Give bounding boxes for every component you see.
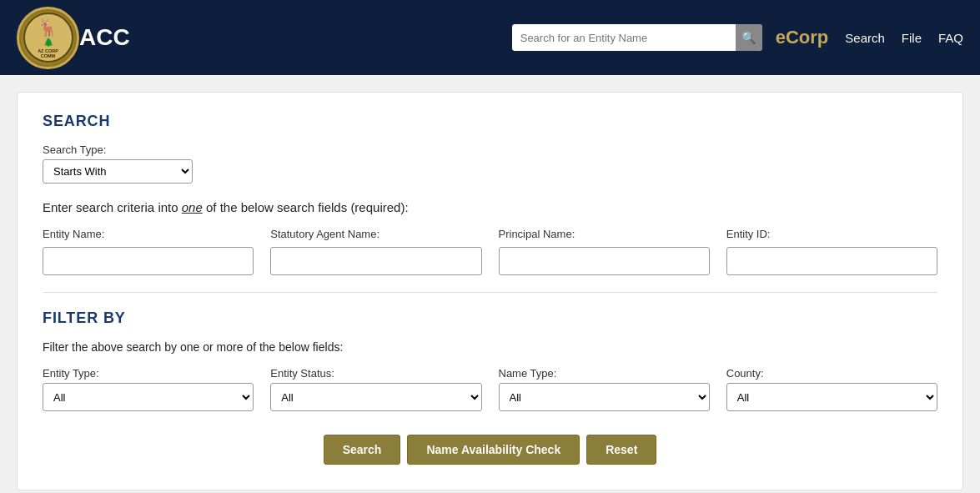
- search-type-label: Search Type:: [43, 143, 937, 156]
- org-seal: 🦌 🌲 AZ CORPCOMM: [17, 7, 79, 69]
- buttons-row: Search Name Availability Check Reset: [43, 435, 937, 465]
- org-title: ACC: [79, 24, 130, 51]
- reset-button[interactable]: Reset: [586, 435, 656, 465]
- main-content: SEARCH Search Type: Starts With Contains…: [0, 75, 980, 493]
- search-card: SEARCH Search Type: Starts With Contains…: [17, 92, 963, 490]
- entity-type-label: Entity Type:: [43, 367, 254, 380]
- entity-status-select[interactable]: All: [270, 383, 481, 411]
- search-fields-row: Entity Name: Statutory Agent Name: Princ…: [43, 228, 937, 275]
- county-select[interactable]: All: [726, 383, 937, 411]
- search-button[interactable]: Search: [324, 435, 401, 465]
- name-type-group: Name Type: All: [499, 367, 710, 411]
- page-header: 🦌 🌲 AZ CORPCOMM ACC 🔍 eCorp Search File …: [0, 0, 980, 75]
- ecorp-label: eCorp: [776, 27, 829, 48]
- header-search-button[interactable]: 🔍: [736, 24, 762, 51]
- header-search-input[interactable]: [512, 24, 736, 51]
- nav-search-link[interactable]: Search: [845, 31, 885, 45]
- filter-fields-row: Entity Type: All Entity Status: All Name…: [43, 367, 937, 411]
- header-search-box: 🔍: [512, 24, 762, 51]
- entity-type-group: Entity Type: All: [43, 367, 254, 411]
- search-icon: 🔍: [741, 31, 756, 44]
- seal-inner: 🦌 🌲 AZ CORPCOMM: [23, 13, 73, 63]
- entity-id-label: Entity ID:: [726, 228, 937, 240]
- search-section-title: SEARCH: [43, 113, 937, 130]
- statutory-agent-input[interactable]: [270, 247, 481, 275]
- principal-name-input[interactable]: [499, 247, 710, 275]
- name-type-label: Name Type:: [499, 367, 710, 380]
- search-type-group: Search Type: Starts With Contains Exact …: [43, 143, 937, 184]
- county-group: County: All: [726, 367, 937, 411]
- criteria-underline: one: [182, 200, 203, 214]
- seal-deer-icon: 🦌: [38, 18, 58, 38]
- entity-type-select[interactable]: All: [43, 383, 254, 411]
- header-nav: Search File FAQ: [845, 31, 963, 45]
- section-divider: [43, 292, 937, 293]
- entity-status-label: Entity Status:: [270, 367, 481, 380]
- seal-text: AZ CORPCOMM: [38, 48, 58, 58]
- entity-id-input[interactable]: [726, 247, 937, 275]
- entity-status-group: Entity Status: All: [270, 367, 481, 411]
- criteria-pre: Enter search criteria into: [43, 200, 182, 214]
- filter-description: Filter the above search by one or more o…: [43, 340, 937, 354]
- entity-name-label: Entity Name:: [43, 228, 254, 240]
- principal-name-label: Principal Name:: [499, 228, 710, 240]
- entity-id-group: Entity ID:: [726, 228, 937, 275]
- nav-faq-link[interactable]: FAQ: [938, 31, 963, 45]
- name-availability-button[interactable]: Name Availability Check: [407, 435, 580, 465]
- name-type-select[interactable]: All: [499, 383, 710, 411]
- seal-tree-icon: 🌲: [43, 38, 53, 47]
- entity-name-input[interactable]: [43, 247, 254, 275]
- statutory-agent-group: Statutory Agent Name:: [270, 228, 481, 275]
- criteria-text: Enter search criteria into one of the be…: [43, 200, 937, 214]
- entity-name-group: Entity Name:: [43, 228, 254, 275]
- filter-section-title: FILTER BY: [43, 309, 937, 327]
- county-label: County:: [726, 367, 937, 380]
- statutory-agent-label: Statutory Agent Name:: [270, 228, 481, 240]
- nav-file-link[interactable]: File: [902, 31, 922, 45]
- search-type-select[interactable]: Starts With Contains Exact Match: [43, 159, 193, 184]
- principal-name-group: Principal Name:: [499, 228, 710, 275]
- criteria-post: of the below search fields (required):: [203, 200, 409, 214]
